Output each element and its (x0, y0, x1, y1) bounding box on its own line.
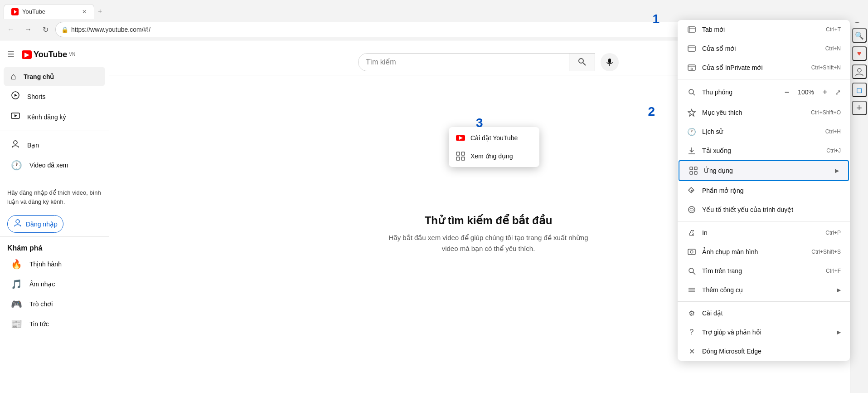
find-shortcut: Ctrl+F (826, 268, 841, 274)
edge-menu: Tab mới Ctrl+T Cửa sổ mới Ctrl+N Cửa sổ … (678, 20, 850, 361)
youtube-logo-icon: ▶ (22, 50, 32, 59)
sidebar-item-music[interactable]: 🎵 Âm nhạc (4, 274, 105, 294)
svg-rect-40 (688, 65, 695, 70)
edge-menu-close[interactable]: ✕ Đóng Microsoft Edge (678, 342, 850, 361)
svg-rect-34 (461, 157, 465, 160)
edge-sidebar-search[interactable]: 🔍 (852, 28, 867, 43)
sidebar-item-you[interactable]: Bạn (4, 135, 105, 155)
inprivate-icon (687, 63, 697, 73)
svg-point-55 (689, 268, 693, 273)
edge-menu-new-tab[interactable]: Tab mới Ctrl+T (678, 20, 850, 39)
sidebar-history-label: Video đã xem (29, 162, 68, 169)
reload-button[interactable]: ↻ (38, 22, 53, 37)
tab-close-button[interactable]: ✕ (82, 9, 87, 15)
downloads-icon (687, 146, 697, 156)
you-icon (11, 139, 20, 151)
edge-menu-inprivate[interactable]: Cửa sổ InPrivate mới Ctrl+Shift+N (678, 58, 850, 77)
menu-divider-1 (678, 79, 850, 79)
address-bar[interactable]: 🔒 (55, 22, 700, 37)
edge-sidebar-outlook[interactable]: ◻ (852, 83, 867, 97)
url-input[interactable] (71, 26, 694, 33)
sidebar-item-gaming[interactable]: 🎮 Trò chơi (4, 294, 105, 314)
svg-point-18 (858, 69, 861, 72)
zoom-in-button[interactable]: + (819, 86, 831, 98)
menu-divider-2 (678, 221, 850, 221)
empty-title: Thử tìm kiếm để bắt đầu (425, 214, 553, 227)
edge-menu-favorites[interactable]: Mục yêu thích Ctrl+Shift+O (678, 103, 850, 122)
favorites-menu-label: Mục yêu thích (702, 109, 742, 116)
edge-menu-more-tools[interactable]: Thêm công cụ ▶ (678, 280, 850, 300)
downloads-label: Tải xuống (702, 147, 731, 154)
zoom-fullscreen-button[interactable]: ⤢ (835, 88, 841, 97)
forward-button[interactable]: → (21, 22, 35, 37)
yt-ctx-install[interactable]: Cài đặt YouTube (449, 129, 539, 147)
edge-menu-find[interactable]: Tìm trên trang Ctrl+F (678, 261, 850, 280)
edge-sidebar-profile[interactable] (852, 64, 867, 79)
yt-ctx-apps[interactable]: Xem ứng dụng (449, 147, 539, 165)
new-tab-label: Tab mới (702, 26, 725, 33)
edge-sidebar-plus[interactable]: + (852, 101, 867, 115)
yt-ctx-install-icon (456, 133, 465, 142)
edge-menu-extensions[interactable]: Phần mở rộng (678, 181, 850, 200)
svg-marker-45 (688, 109, 695, 116)
sidebar-item-trending[interactable]: 🔥 Thịnh hành (4, 254, 105, 274)
youtube-logo[interactable]: ▶ YouTube VN (22, 50, 75, 59)
downloads-shortcut: Ctrl+J (826, 147, 841, 154)
sidebar-item-history[interactable]: 🕐 Video đã xem (4, 155, 105, 175)
edge-menu-settings[interactable]: ⚙ Cài đặt (678, 304, 850, 323)
zoom-value: 100% (797, 88, 815, 96)
edge-menu-history[interactable]: 🕐 Lịch sử Ctrl+H (678, 122, 850, 141)
new-tab-button[interactable]: + (94, 4, 106, 19)
svg-point-54 (690, 251, 693, 253)
yt-ctx-install-label: Cài đặt YouTube (470, 134, 518, 142)
edge-sidebar-favorites[interactable]: ♥ (852, 46, 867, 61)
nav-divider-2 (0, 179, 109, 179)
news-label: Tin tức (29, 320, 49, 328)
youtube-logo-vn: VN (69, 52, 75, 57)
nav-divider-3 (0, 236, 109, 237)
edge-menu-downloads[interactable]: Tải xuống Ctrl+J (678, 141, 850, 160)
sidebar-subscriptions-label: Kênh đăng ký (27, 113, 66, 121)
edge-menu-apps[interactable]: Ứng dụng ▶ (679, 160, 849, 181)
voice-search-button[interactable] (601, 53, 619, 71)
essentials-icon (687, 205, 697, 215)
news-icon: 📰 (11, 319, 22, 329)
sidebar-item-news[interactable]: 📰 Tin tức (4, 314, 105, 334)
edge-menu-print[interactable]: 🖨 In Ctrl+P (678, 223, 850, 242)
edge-menu-essentials[interactable]: Yếu tố thiết yếu của trình duyệt (678, 200, 850, 219)
hamburger-menu[interactable]: ☰ (7, 49, 15, 59)
lock-icon: 🔒 (61, 26, 68, 33)
history-menu-label: Lịch sử (702, 128, 723, 135)
zoom-controls: − 100% + ⤢ (781, 86, 841, 98)
sidebar-item-subscriptions[interactable]: Kênh đăng ký (4, 107, 105, 127)
apps-submenu-arrow: ▶ (835, 167, 839, 174)
new-tab-icon (687, 25, 697, 34)
help-submenu-arrow: ▶ (837, 329, 841, 335)
svg-point-52 (689, 206, 695, 213)
find-icon (687, 266, 697, 276)
svg-point-23 (14, 141, 17, 144)
svg-rect-48 (694, 167, 697, 170)
print-icon: 🖨 (687, 228, 697, 238)
login-prompt: Hãy đăng nhập để thích video, bình luận … (0, 183, 109, 211)
search-icon (577, 57, 587, 66)
essentials-label: Yếu tố thiết yếu của trình duyệt (702, 206, 793, 213)
search-submit-button[interactable] (569, 54, 595, 71)
youtube-context-menu: Cài đặt YouTube Xem ứng dụng (449, 127, 539, 167)
back-button[interactable]: ← (4, 22, 18, 37)
favorites-shortcut: Ctrl+Shift+O (811, 109, 841, 116)
login-button[interactable]: Đăng nhập (7, 215, 63, 233)
close-edge-label: Đóng Microsoft Edge (702, 348, 761, 355)
new-tab-shortcut: Ctrl+T (826, 26, 841, 33)
youtube-search-input[interactable] (359, 54, 569, 71)
sidebar-item-shorts[interactable]: Shorts (4, 86, 105, 107)
edge-menu-new-window[interactable]: Cửa sổ mới Ctrl+N (678, 39, 850, 58)
edge-menu-help[interactable]: ? Trợ giúp và phản hồi ▶ (678, 323, 850, 342)
svg-rect-47 (690, 167, 693, 170)
zoom-out-button[interactable]: − (781, 86, 793, 98)
screenshot-icon (687, 247, 697, 257)
music-label: Âm nhạc (29, 280, 55, 288)
sidebar-item-home[interactable]: ⌂ Trang chủ (4, 67, 105, 86)
active-tab[interactable]: YouTube ✕ (4, 4, 94, 19)
edge-menu-screenshot[interactable]: Ảnh chụp màn hình Ctrl+Shift+S (678, 242, 850, 261)
